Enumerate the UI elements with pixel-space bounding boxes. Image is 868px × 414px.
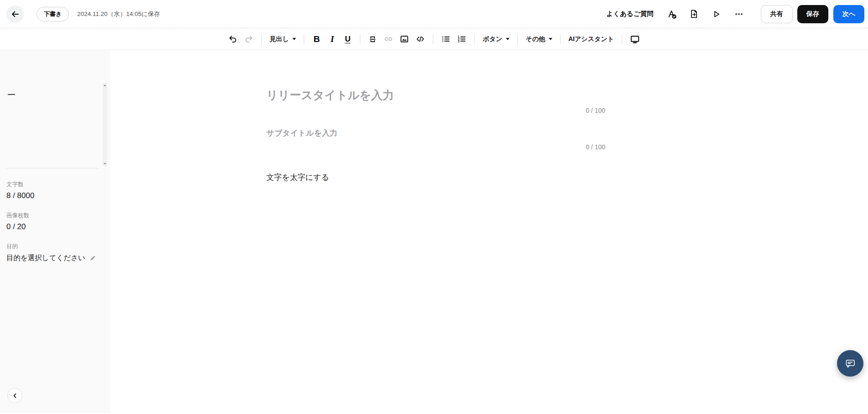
chevron-down-icon [292, 38, 296, 40]
char-count-label: 文字数 [6, 181, 96, 188]
ellipsis-icon [734, 10, 743, 19]
others-menu-dropdown[interactable]: その他 [522, 30, 556, 48]
share-button[interactable]: 共有 [761, 5, 793, 23]
release-body-editor[interactable]: 文字を太字にする [266, 172, 605, 183]
purpose-value: 目的を選択してください [6, 253, 85, 263]
underline-icon: U [345, 35, 350, 44]
redo-icon [244, 34, 254, 44]
back-arrow-icon [10, 10, 20, 19]
release-title-input[interactable]: リリースタイトルを入力 [266, 87, 605, 103]
app-body: — 文字数 8 / 8000 画像枚数 0 / 20 目的 目的を選択してくださ… [0, 50, 868, 413]
proofread-button[interactable] [664, 6, 680, 22]
sidebar-scrollbar[interactable] [103, 83, 107, 167]
top-header: 下書き 2024.11.20（水）14:05に保存 よくあるご質問 共有 保存 … [0, 0, 868, 28]
header-right: よくあるご質問 共有 保存 次へ [606, 5, 864, 23]
image-count-value: 0 / 20 [6, 222, 96, 232]
image-icon [400, 34, 409, 44]
preview-play-button[interactable] [708, 6, 725, 22]
collapse-sidebar-button[interactable] [7, 388, 22, 403]
others-menu-label: その他 [525, 35, 545, 43]
toolbar-divider [433, 34, 433, 44]
release-document: リリースタイトルを入力 0 / 100 サブタイトルを入力 0 / 100 文字… [266, 50, 605, 183]
link-button[interactable] [380, 30, 396, 48]
bullet-list-button[interactable] [438, 30, 454, 48]
toolbar-divider [360, 34, 360, 44]
image-count-label: 画像枚数 [6, 212, 96, 219]
release-subtitle-input[interactable]: サブタイトルを入力 [266, 128, 605, 139]
chevron-left-icon [12, 393, 18, 398]
undo-button[interactable] [225, 30, 241, 48]
sidebar: — 文字数 8 / 8000 画像枚数 0 / 20 目的 目的を選択してくださ… [0, 50, 110, 413]
scrollbar-up-arrow-icon[interactable] [104, 84, 106, 86]
toolbar-divider [304, 34, 304, 44]
svg-text:3: 3 [458, 40, 460, 43]
undo-icon [228, 34, 238, 44]
link-icon [384, 34, 393, 44]
purpose-label: 目的 [6, 243, 96, 250]
scrollbar-down-arrow-icon[interactable] [104, 163, 106, 165]
editor-toolbar: 見出し B I U 123 [0, 28, 868, 50]
italic-icon: I [329, 34, 335, 44]
numbered-list-icon: 123 [457, 34, 467, 44]
purpose-block: 目的 目的を選択してください [6, 243, 96, 263]
heading-dropdown[interactable]: 見出し [266, 30, 299, 48]
numbered-list-button[interactable]: 123 [454, 30, 470, 48]
ai-assistant-button[interactable]: AIアシスタント [565, 30, 617, 48]
chevron-down-icon [549, 38, 552, 40]
section-divider-button[interactable] [365, 30, 380, 48]
edit-purpose-button[interactable] [89, 255, 96, 262]
image-button[interactable] [396, 30, 412, 48]
saved-timestamp: 2024.11.20（水）14:05に保存 [77, 10, 160, 18]
bold-button[interactable]: B [309, 30, 324, 48]
sidebar-stats: 文字数 8 / 8000 画像枚数 0 / 20 目的 目的を選択してください [6, 181, 96, 274]
toolbar-divider [622, 34, 622, 44]
button-menu-label: ボタン [483, 35, 502, 43]
save-button[interactable]: 保存 [797, 5, 828, 23]
sidebar-divider [6, 168, 98, 168]
toolbar-divider [517, 34, 518, 44]
outline-item-title[interactable]: — [8, 90, 15, 99]
redo-button[interactable] [241, 30, 257, 48]
underline-button[interactable]: U [340, 30, 355, 48]
section-break-icon [368, 35, 377, 44]
title-char-counter: 0 / 100 [266, 107, 605, 114]
chat-bubble-icon [843, 356, 857, 370]
italic-button[interactable]: I [324, 30, 340, 48]
toolbar-divider [474, 34, 475, 44]
export-document-button[interactable] [686, 6, 702, 22]
code-button[interactable] [412, 30, 428, 48]
editor-main: リリースタイトルを入力 0 / 100 サブタイトルを入力 0 / 100 文字… [110, 50, 868, 413]
faq-link[interactable]: よくあるご質問 [606, 10, 653, 18]
code-icon [416, 34, 425, 44]
char-count-block: 文字数 8 / 8000 [6, 181, 96, 201]
chat-support-button[interactable] [837, 350, 863, 377]
back-button[interactable] [6, 5, 24, 23]
chevron-down-icon [506, 38, 509, 40]
bullet-list-icon [441, 34, 451, 44]
next-button[interactable]: 次へ [833, 5, 864, 23]
heading-dropdown-label: 見出し [270, 35, 289, 43]
char-count-value: 8 / 8000 [6, 191, 96, 201]
bold-icon: B [313, 34, 320, 44]
header-left: 下書き 2024.11.20（水）14:05に保存 [6, 5, 160, 23]
monitor-icon [630, 34, 640, 44]
button-menu-dropdown[interactable]: ボタン [479, 30, 513, 48]
toolbar-divider [261, 34, 262, 44]
pencil-icon [89, 255, 96, 262]
ai-assistant-label: AIアシスタント [568, 35, 614, 43]
toolbar-divider [560, 34, 561, 44]
display-preview-button[interactable] [627, 30, 643, 48]
status-badge: 下書き [36, 7, 69, 21]
play-icon [712, 10, 721, 19]
subtitle-char-counter: 0 / 100 [266, 143, 605, 151]
proofread-a-check-icon [667, 9, 677, 19]
more-options-button[interactable] [731, 6, 747, 22]
document-arrow-icon [689, 9, 699, 19]
image-count-block: 画像枚数 0 / 20 [6, 212, 96, 232]
